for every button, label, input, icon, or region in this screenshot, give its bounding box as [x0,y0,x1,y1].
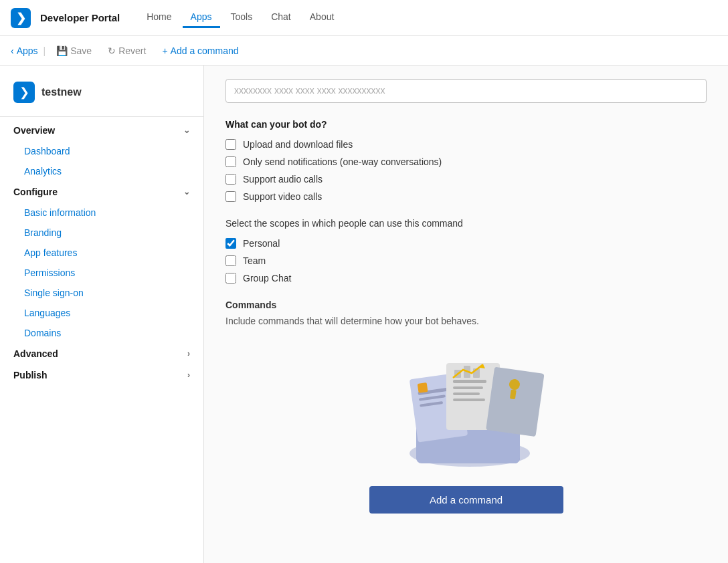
scope-group-chat-label: Group Chat [243,273,291,284]
content-inner: xxxxxxxx xxxx xxxx xxxx xxxxxxxxxx What … [204,66,728,540]
capability-audio[interactable]: Support audio calls [225,174,707,185]
configure-label: Configure [13,187,58,197]
scopes-description: Select the scopes in which people can us… [225,218,707,229]
scope-group-chat[interactable]: Group Chat [225,273,707,284]
chevron-right-icon: › [187,349,190,358]
bot-question-title: What can your bot do? [225,119,707,130]
chevron-down-icon: ⌄ [183,126,190,135]
svg-rect-18 [486,367,544,437]
checkbox-team[interactable] [225,255,236,266]
app-header: ❯ testnew [0,76,203,114]
chevron-down-icon-2: ⌄ [183,187,190,197]
advanced-label: Advanced [13,348,58,359]
plus-icon: + [162,45,167,56]
revert-button[interactable]: ↻ Revert [102,43,151,59]
app-icon: ❯ [13,82,35,103]
portal-title: Developer Portal [40,12,120,23]
capability-notifications-label: Only send notifications (one-way convers… [243,156,442,167]
app-name: testnew [41,86,82,98]
divider [0,116,203,117]
illustration-area: Add a command [225,326,707,527]
checkbox-video[interactable] [225,191,236,202]
checkbox-personal[interactable] [225,238,236,249]
nav-links: Home Apps Tools Chat About [139,7,342,28]
sidebar-item-branding[interactable]: Branding [0,223,203,243]
back-label: Apps [17,45,38,56]
sidebar-item-languages[interactable]: Languages [0,303,203,323]
partial-input-field[interactable]: xxxxxxxx xxxx xxxx xxxx xxxxxxxxxx [225,79,707,103]
revert-icon: ↻ [108,45,116,56]
nav-about[interactable]: About [302,7,343,28]
publish-label: Publish [13,370,48,380]
breadcrumb-bar: ‹ Apps | 💾 Save ↻ Revert + Add a command [0,36,728,66]
sidebar-section-overview[interactable]: Overview ⌄ [0,120,203,141]
nav-tools[interactable]: Tools [223,7,261,28]
sidebar-item-analytics[interactable]: Analytics [0,161,203,181]
nav-home[interactable]: Home [139,7,179,28]
back-to-apps-button[interactable]: ‹ Apps [11,45,38,56]
scope-team[interactable]: Team [225,255,707,266]
checkbox-notifications[interactable] [225,156,236,167]
scopes-group: Personal Team Group Chat [225,238,707,284]
scope-personal-label: Personal [243,238,280,249]
nav-chat[interactable]: Chat [263,7,299,28]
sidebar-item-app-features[interactable]: App features [0,243,203,263]
svg-rect-8 [417,382,428,393]
main-layout: ❯ testnew Overview ⌄ Dashboard Analytics… [0,66,728,563]
checkbox-group-chat[interactable] [225,273,236,284]
commands-section: Commands Include commands that will dete… [225,300,707,326]
app-logo: ❯ [11,8,31,28]
capability-video[interactable]: Support video calls [225,191,707,202]
sidebar-section-advanced[interactable]: Advanced › [0,343,203,364]
svg-rect-10 [453,380,486,383]
chevron-left-icon: ‹ [11,45,14,56]
svg-rect-13 [453,399,485,401]
sidebar-item-basic-information[interactable]: Basic information [0,203,203,223]
scope-team-label: Team [243,255,266,266]
separator: | [43,45,46,56]
main-content: xxxxxxxx xxxx xxxx xxxx xxxxxxxxxx What … [204,66,728,563]
sidebar-section-publish[interactable]: Publish › [0,364,203,386]
commands-title: Commands [225,300,707,310]
capabilities-group: Upload and download files Only send noti… [225,139,707,202]
sidebar-item-single-sign-on[interactable]: Single sign-on [0,283,203,303]
save-icon: 💾 [56,45,68,56]
add-command-header-button[interactable]: + Add a command [157,43,244,59]
sidebar-item-dashboard[interactable]: Dashboard [0,141,203,161]
capability-audio-label: Support audio calls [243,174,323,185]
nav-apps[interactable]: Apps [183,7,220,28]
capability-video-label: Support video calls [243,191,322,202]
sidebar-section-configure[interactable]: Configure ⌄ [0,181,203,203]
commands-description: Include commands that will determine how… [225,316,707,326]
add-command-button[interactable]: Add a command [369,486,563,514]
sidebar-item-domains[interactable]: Domains [0,323,203,343]
overview-label: Overview [13,125,55,136]
svg-rect-12 [453,392,480,395]
top-navigation: ❯ Developer Portal Home Apps Tools Chat … [0,0,728,36]
svg-rect-11 [453,386,483,389]
capability-upload-download[interactable]: Upload and download files [225,139,707,150]
chevron-right-icon-2: › [187,370,190,380]
checkbox-upload-download[interactable] [225,139,236,150]
sidebar: ❯ testnew Overview ⌄ Dashboard Analytics… [0,66,204,563]
capability-upload-label: Upload and download files [243,139,353,150]
scope-personal[interactable]: Personal [225,238,707,249]
sidebar-item-permissions[interactable]: Permissions [0,263,203,283]
save-button[interactable]: 💾 Save [51,43,97,59]
illustration-svg [366,336,567,470]
capability-notifications[interactable]: Only send notifications (one-way convers… [225,156,707,167]
checkbox-audio[interactable] [225,174,236,185]
